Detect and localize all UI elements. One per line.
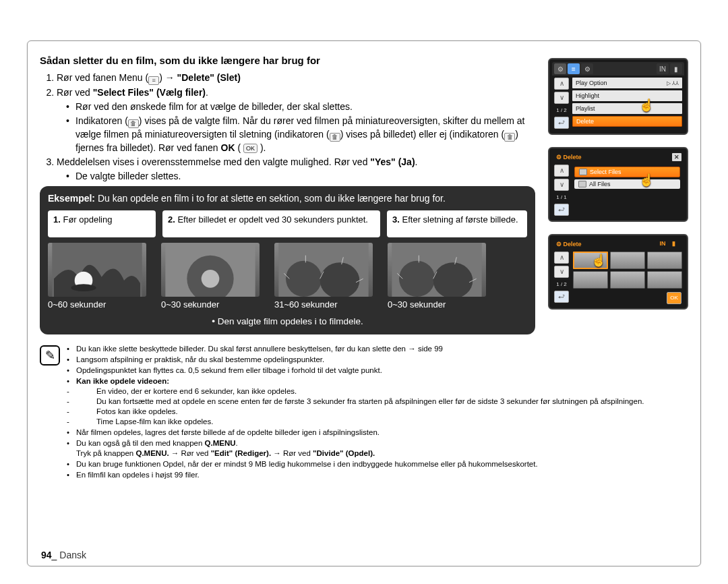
example-step-1-card: 1. Før opdeling bbox=[48, 210, 156, 237]
card-icon: IN bbox=[657, 63, 669, 74]
note-4: Kan ikke opdele videoen: En video, der e… bbox=[67, 376, 644, 427]
menu-item-highlight[interactable]: Highlight bbox=[572, 90, 682, 101]
page-indicator: 1 / 2 bbox=[556, 281, 567, 287]
svg-point-7 bbox=[286, 261, 322, 297]
example-step-2-card: 2. Efter billedet er opdelt ved 30 sekun… bbox=[162, 210, 380, 237]
scroll-up-button[interactable]: ∧ bbox=[554, 78, 569, 90]
device-screen-thumbnails: ⚙ Delete IN ▮ ∧ ∨ 1 / 2 ⮐ bbox=[548, 234, 688, 310]
svg-point-5 bbox=[202, 270, 220, 288]
menu-item-playlist[interactable]: Playlist bbox=[572, 103, 682, 114]
instruction-list: Rør ved fanen Menu (≡) → "Delete" (Slet)… bbox=[40, 71, 539, 182]
thumbnail-row bbox=[48, 243, 527, 297]
scroll-down-button[interactable]: ∨ bbox=[554, 92, 569, 104]
menu-item-play-option[interactable]: Play Option▷ ⅄⅄ bbox=[572, 78, 682, 88]
step-2-sub-2: Indikatoren (🗑) vises på de valgte film.… bbox=[66, 115, 539, 154]
thumb-cactus-1 bbox=[274, 243, 373, 297]
notes-list: Du kan ikke slette beskyttede billeder. … bbox=[67, 344, 644, 480]
thumbnail[interactable] bbox=[647, 271, 682, 289]
note-4-2: Du kan fortsætte med at opdele en scene … bbox=[88, 397, 644, 407]
manual-page: Sådan sletter du en film, som du ikke læ… bbox=[27, 40, 701, 566]
battery-icon: ▮ bbox=[670, 63, 682, 74]
trash-icon: 🗑 bbox=[504, 133, 515, 142]
example-final-note: Den valgte film opdeles i to filmdele. bbox=[48, 316, 527, 326]
step-3-sub-1: De valgte billeder slettes. bbox=[66, 170, 539, 183]
note-1: Du kan ikke slette beskyttede billeder. … bbox=[67, 344, 644, 354]
option-all-files[interactable]: All Files bbox=[574, 179, 680, 189]
note-5: Når filmen opdeles, lagres det første bi… bbox=[67, 428, 644, 438]
close-icon[interactable]: ✕ bbox=[672, 153, 681, 161]
scroll-up-button[interactable]: ∧ bbox=[554, 252, 569, 264]
menu-tab-icon: ≡ bbox=[148, 76, 159, 85]
trash-icon: 🗑 bbox=[330, 133, 340, 142]
trash-icon bbox=[578, 181, 586, 187]
thumbnail-selected[interactable] bbox=[573, 252, 608, 269]
thumbnail[interactable] bbox=[610, 252, 645, 269]
note-6: Du kan også gå til den med knappen Q.MEN… bbox=[67, 438, 644, 459]
scroll-up-button[interactable]: ∧ bbox=[554, 165, 569, 177]
menu-item-delete[interactable]: Delete bbox=[572, 116, 682, 127]
trash-icon bbox=[579, 169, 587, 175]
step-2-sub-1: Rør ved den ønskede film for at vælge de… bbox=[66, 100, 539, 113]
page-indicator: 1 / 1 bbox=[556, 194, 567, 200]
example-panel: Eksempel: Du kan opdele en film i to for… bbox=[40, 186, 535, 334]
option-select-files[interactable]: Select Files bbox=[574, 167, 680, 177]
scroll-down-button[interactable]: ∨ bbox=[554, 179, 569, 191]
note-4-1: En video, der er kortere end 6 sekunder,… bbox=[88, 386, 644, 397]
svg-point-2 bbox=[71, 285, 96, 292]
thumb-macro-1 bbox=[161, 243, 260, 297]
thumbnail[interactable] bbox=[647, 252, 682, 269]
page-indicator: 1 / 2 bbox=[556, 107, 567, 113]
content-column: Sådan sletter du en film, som du ikke læ… bbox=[40, 55, 539, 481]
battery-icon: ▮ bbox=[672, 240, 681, 248]
note-7: Du kan bruge funktionen Opdel, når der e… bbox=[67, 459, 644, 469]
ok-button[interactable]: OK bbox=[667, 292, 681, 304]
trash-icon: 🗑 bbox=[128, 119, 139, 128]
ok-badge-icon: OK bbox=[243, 144, 257, 153]
note-2: Langsom afspilning er praktisk, når du s… bbox=[67, 355, 644, 365]
page-number: 94_ Dansk bbox=[41, 550, 86, 560]
device-screenshots: ⚙ ≡ ⚙ IN ▮ ∧ ∨ 1 / 2 ⮐ Play Option▷ ⅄⅄ bbox=[548, 58, 688, 310]
note-4-3: Fotos kan ikke opdeles. bbox=[88, 407, 644, 417]
note-8: En filmfil kan opdeles i højst 99 filer. bbox=[67, 470, 644, 480]
page-heading: Sådan sletter du en film, som du ikke læ… bbox=[40, 55, 539, 66]
globe-icon: ⚙ bbox=[554, 63, 566, 74]
notes-block: ✎ Du kan ikke slette beskyttede billeder… bbox=[40, 344, 694, 480]
step-2: Rør ved "Select Files" (Vælg filer). Rør… bbox=[57, 86, 539, 154]
thumbnail[interactable] bbox=[573, 271, 608, 289]
thumb-cactus-2 bbox=[388, 243, 486, 297]
note-icon: ✎ bbox=[40, 345, 60, 366]
device-screen-menu: ⚙ ≡ ⚙ IN ▮ ∧ ∨ 1 / 2 ⮐ Play Option▷ ⅄⅄ bbox=[548, 58, 688, 135]
example-step-3-card: 3. Efter sletning af første billede. bbox=[387, 210, 527, 237]
svg-point-15 bbox=[399, 261, 435, 297]
step-3: Meddelelsen vises i overensstemmelse med… bbox=[57, 156, 539, 183]
device-screen-delete-options: ⚙ Delete ✕ ∧ ∨ 1 / 1 ⮐ Select Files bbox=[548, 147, 688, 222]
thumb-lotus bbox=[48, 243, 146, 297]
note-3: Opdelingspunktet kan flyttes ca. 0,5 sek… bbox=[67, 366, 644, 376]
card-icon: IN bbox=[659, 240, 670, 248]
example-intro: Eksempel: Du kan opdele en film i to for… bbox=[48, 193, 527, 204]
step-1: Rør ved fanen Menu (≡) → "Delete" (Slet) bbox=[57, 71, 539, 85]
back-button[interactable]: ⮐ bbox=[554, 204, 569, 216]
menu-tab-icon[interactable]: ≡ bbox=[568, 63, 580, 74]
note-4-4: Time Lapse-film kan ikke opdeles. bbox=[88, 417, 644, 427]
back-button[interactable]: ⮐ bbox=[554, 117, 569, 129]
thumbnail-captions: 0~60 sekunder 0~30 sekunder 31~60 sekund… bbox=[48, 299, 527, 310]
gear-icon[interactable]: ⚙ bbox=[581, 63, 593, 74]
thumbnail[interactable] bbox=[610, 271, 645, 289]
back-button[interactable]: ⮐ bbox=[554, 291, 569, 303]
scroll-down-button[interactable]: ∨ bbox=[554, 266, 569, 278]
